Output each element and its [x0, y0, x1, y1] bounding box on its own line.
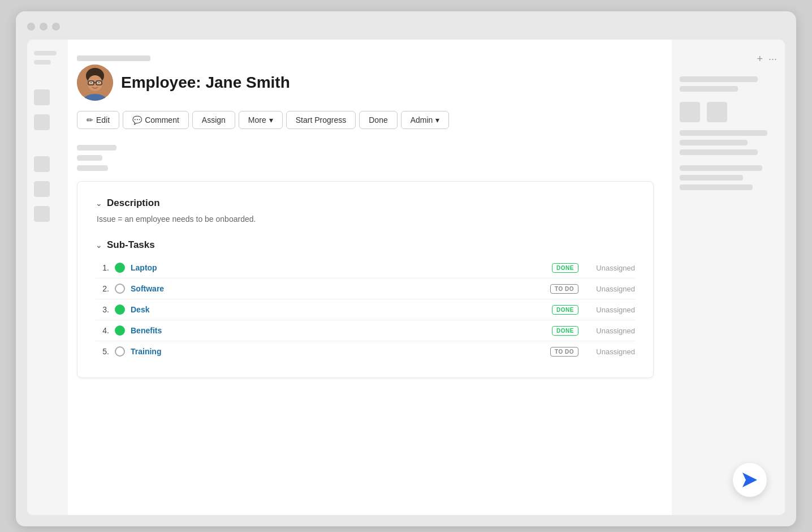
- subtask-name[interactable]: Laptop: [131, 263, 546, 272]
- comment-icon: 💬: [132, 115, 142, 125]
- subtask-number: 5.: [96, 347, 109, 356]
- status-badge: TO DO: [550, 284, 578, 294]
- svg-point-9: [98, 82, 100, 83]
- subtasks-section-header: ⌄ Sub-Tasks: [96, 239, 635, 251]
- skeleton: [34, 89, 50, 105]
- description-section-header: ⌄ Description: [96, 198, 635, 209]
- traffic-light-close[interactable]: [27, 23, 35, 31]
- subtask-number: 2.: [96, 284, 109, 293]
- status-badge: DONE: [552, 305, 578, 315]
- center-area: Employee: Jane Smith ✏ Edit 💬 Comment As…: [68, 40, 672, 515]
- subtask-status-dot: [115, 263, 125, 273]
- left-sidebar: [27, 40, 68, 515]
- skeleton: [34, 114, 50, 130]
- subtask-name[interactable]: Training: [131, 347, 545, 356]
- subtask-name[interactable]: Desk: [131, 305, 546, 314]
- traffic-light-maximize[interactable]: [52, 23, 60, 31]
- subtask-status-dot: [115, 325, 125, 336]
- subtask-name[interactable]: Software: [131, 284, 545, 293]
- svg-marker-11: [742, 473, 757, 487]
- subtask-assignee: Unassigned: [584, 306, 635, 314]
- subtask-number: 3.: [96, 305, 109, 314]
- dots-button[interactable]: ···: [768, 53, 777, 65]
- send-icon: [741, 471, 758, 488]
- main-card: ⌄ Description Issue = an employee needs …: [77, 181, 654, 378]
- right-sidebar: + ···: [672, 40, 785, 515]
- main-content: Employee: Jane Smith ✏ Edit 💬 Comment As…: [27, 40, 785, 515]
- skeleton: [680, 102, 700, 122]
- action-bar: ✏ Edit 💬 Comment Assign More ▾ Start Pro…: [77, 111, 654, 129]
- subtask-assignee: Unassigned: [584, 347, 635, 356]
- skeleton-line-3: [77, 165, 108, 171]
- right-top-actions: + ···: [680, 51, 777, 65]
- skeleton-line-1: [77, 145, 116, 151]
- description-chevron-icon[interactable]: ⌄: [96, 199, 102, 208]
- subtask-status-dot: [115, 284, 125, 294]
- right-skeleton-3: [680, 165, 777, 190]
- start-progress-button[interactable]: Start Progress: [286, 111, 356, 129]
- subtask-assignee: Unassigned: [584, 264, 635, 272]
- assign-button[interactable]: Assign: [192, 111, 235, 129]
- edit-button[interactable]: ✏ Edit: [77, 111, 119, 129]
- skeleton: [34, 60, 51, 65]
- right-skeleton-1: [680, 76, 777, 92]
- status-badge: DONE: [552, 326, 578, 336]
- chevron-down-icon: ▾: [269, 115, 273, 125]
- subtask-status-dot: [115, 304, 125, 315]
- right-skeleton-2: [680, 102, 777, 155]
- comment-button[interactable]: 💬 Comment: [123, 111, 189, 129]
- description-text: Issue = an employee needs to be onboarde…: [97, 214, 635, 224]
- skeleton: [34, 156, 50, 172]
- browser-window: Employee: Jane Smith ✏ Edit 💬 Comment As…: [16, 11, 796, 526]
- subtask-assignee: Unassigned: [584, 285, 635, 293]
- subtask-name[interactable]: Benefits: [131, 326, 546, 335]
- edit-icon: ✏: [87, 115, 93, 125]
- subtask-status-dot: [115, 346, 125, 357]
- skeleton: [34, 51, 57, 55]
- skeleton: [34, 206, 50, 222]
- subtasks-chevron-icon[interactable]: ⌄: [96, 241, 102, 250]
- subtask-row: 3. Desk DONE Unassigned: [96, 299, 635, 320]
- skeleton: [34, 181, 50, 197]
- subtask-assignee: Unassigned: [584, 327, 635, 335]
- breadcrumb-skeleton: [77, 55, 150, 61]
- subtask-row: 2. Software TO DO Unassigned: [96, 278, 635, 299]
- subtask-row: 1. Laptop DONE Unassigned: [96, 258, 635, 278]
- avatar: [77, 65, 113, 101]
- breadcrumb-area: [77, 55, 654, 61]
- status-badge: DONE: [552, 263, 578, 273]
- skeleton: [707, 102, 727, 122]
- skeleton-line-2: [77, 155, 102, 161]
- subtask-number: 1.: [96, 263, 109, 272]
- page-header: Employee: Jane Smith: [77, 65, 654, 101]
- done-button[interactable]: Done: [359, 111, 397, 129]
- traffic-light-minimize[interactable]: [40, 23, 47, 31]
- svg-point-7: [90, 82, 92, 83]
- more-button[interactable]: More ▾: [239, 111, 283, 129]
- page-title: Employee: Jane Smith: [121, 74, 290, 92]
- subtask-row: 4. Benefits DONE Unassigned: [96, 320, 635, 341]
- plus-button[interactable]: +: [757, 53, 763, 65]
- admin-button[interactable]: Admin ▾: [401, 111, 450, 129]
- status-badge: TO DO: [550, 347, 578, 357]
- subtasks-section: ⌄ Sub-Tasks 1. Laptop DONE Unassigned 2.…: [96, 239, 635, 362]
- subtask-row: 5. Training TO DO Unassigned: [96, 341, 635, 362]
- fab-button[interactable]: [733, 463, 767, 497]
- chevron-down-icon-admin: ▾: [435, 115, 439, 125]
- subtask-list: 1. Laptop DONE Unassigned 2. Software TO…: [96, 258, 635, 362]
- subtask-number: 4.: [96, 326, 109, 335]
- traffic-lights: [27, 23, 785, 31]
- subtasks-section-title: Sub-Tasks: [107, 239, 155, 251]
- description-section-title: Description: [107, 198, 160, 209]
